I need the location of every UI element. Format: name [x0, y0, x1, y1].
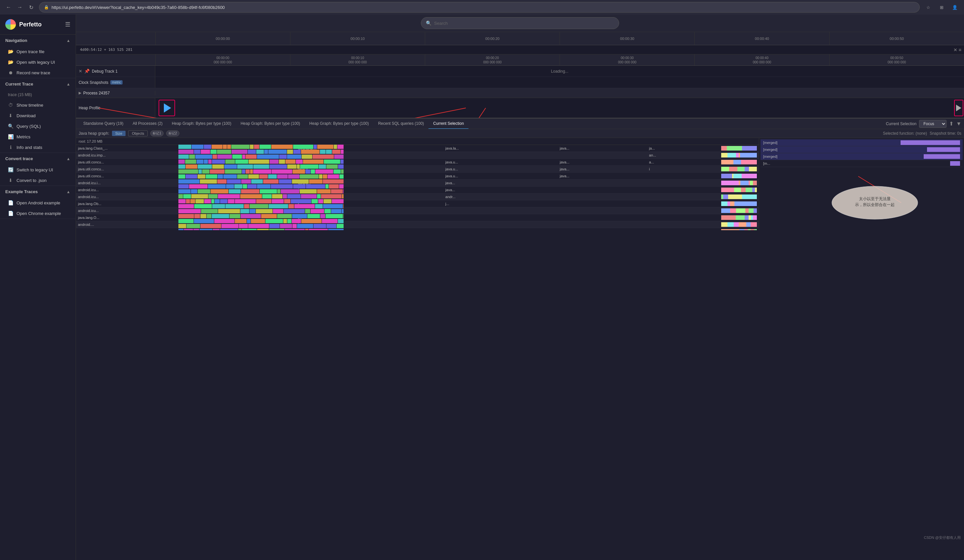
tab-recent-sql[interactable]: Recent SQL queries (100): [373, 118, 428, 129]
sidebar-item-metrics[interactable]: 📊 Metrics: [0, 131, 76, 142]
merged-item-1: [merged]: [760, 146, 963, 153]
heap-cell-8-2: j...: [443, 200, 558, 207]
heap-graph-left[interactable]: root: 17.20 MB java.lang.Class_...java.l…: [76, 138, 759, 230]
heap-graph-right[interactable]: [merged] [merged] [merged]: [759, 138, 964, 230]
download-label: Download: [16, 113, 36, 118]
current-trace-header[interactable]: Current Trace ▲: [0, 78, 76, 90]
star-button[interactable]: ☆: [923, 2, 934, 13]
heap-table-row[interactable]: java.lang.Ob...j...j...: [76, 200, 759, 207]
sidebar-item-download[interactable]: ⬇ Download: [0, 110, 76, 121]
example-traces-header[interactable]: Example Traces ▲: [0, 186, 76, 198]
extensions-button[interactable]: ⊞: [936, 2, 947, 13]
timeline-area: 00:00:00 00:00:10 00:00:20 00:00:30 00:0…: [76, 32, 964, 560]
tick-0: 00:00:00: [155, 32, 290, 45]
sidebar-item-chrome-example[interactable]: 📄 Open Chrome example: [0, 208, 76, 219]
tick-4: 00:00:40: [694, 32, 829, 45]
heap-table-row[interactable]: android....j...: [76, 221, 759, 228]
heap-cell-8-1: j...: [296, 200, 443, 207]
sidebar-item-switch-legacy[interactable]: 🔄 Switch to legacy UI: [0, 164, 76, 175]
url-bar[interactable]: 🔒 https://ui.perfetto.dev/#!/viewer?loca…: [39, 2, 920, 13]
heap-graph-controls: Java heap graph: Size Objects 标记1 标记2 Se…: [76, 129, 964, 138]
navigation-chevron: ▲: [67, 38, 70, 43]
tab-heap-graph-1[interactable]: Heap Graph: Bytes per type (100): [167, 118, 236, 129]
sidebar-item-convert-json[interactable]: ⬇ Convert to .json: [0, 175, 76, 185]
sidebar-item-info[interactable]: ℹ Info and stats: [0, 142, 76, 153]
track-row-clock: Clock Snapshots metric: [76, 77, 964, 88]
play-button[interactable]: [159, 100, 175, 116]
tab-standalone-query[interactable]: Standalone Query (19): [79, 118, 128, 129]
search-icon: 🔍: [426, 21, 432, 26]
heap-table-row[interactable]: java.util.concu...java.u...java.u...java…: [76, 173, 759, 180]
heap-table-row[interactable]: android.icu...ja...java...: [76, 187, 759, 193]
heap-table-row[interactable]: android.icu.i...java.u...java...: [76, 180, 759, 187]
bottom-panel: Standalone Query (19) All Processes (2) …: [76, 118, 964, 230]
heap-table-row[interactable]: java.lang.Class_...java.lang....java.la.…: [76, 145, 759, 152]
query-icon: 🔍: [8, 123, 13, 129]
size-button[interactable]: Size: [112, 131, 125, 136]
heap-cell-5-1: java.u...: [296, 180, 443, 187]
tab-heap-graph-2[interactable]: Heap Graph: Bytes per type (100): [236, 118, 305, 129]
heap-cell-9-3: [558, 207, 647, 214]
right-arrow-button[interactable]: [954, 100, 963, 116]
collapse-all-button[interactable]: ✕: [953, 47, 957, 52]
heap-track-content[interactable]: [155, 98, 964, 118]
tab-heap-graph-3[interactable]: Heap Graph: Bytes per type (100): [305, 118, 373, 129]
heap-cell-4-3: java...: [558, 173, 647, 180]
search-bar[interactable]: 🔍 Search: [421, 17, 619, 29]
heap-cell-7-0: android.icu...: [76, 193, 296, 200]
right-triangle: [956, 105, 961, 111]
sidebar-item-record[interactable]: ⏺ Record new trace: [0, 67, 76, 78]
convert-trace-header[interactable]: Convert trace ▲: [0, 153, 76, 164]
menu-button[interactable]: ☰: [65, 21, 70, 28]
profile-button[interactable]: 👤: [949, 2, 960, 13]
second-time-ruler: 00:00:00000 000 000 00:00:10000 000 000 …: [76, 55, 964, 66]
debug-track-close[interactable]: ✕: [79, 69, 82, 74]
heap-cell-7-3: [558, 193, 647, 200]
current-trace-chevron: ▲: [67, 82, 70, 86]
time-ruler-ticks: 00:00:00 00:00:10 00:00:20 00:00:30 00:0…: [155, 32, 964, 45]
focus-select[interactable]: Focus Unfocus: [919, 120, 946, 128]
expand-all-button[interactable]: ≡: [959, 47, 961, 52]
tab-current-selection[interactable]: Current Selection: [428, 118, 469, 129]
forward-button[interactable]: →: [15, 3, 24, 12]
tick2-2: 00:00:20000 000 000: [425, 55, 560, 65]
heap-cell-8-0: java.lang.Ob...: [76, 200, 296, 207]
heap-table-row[interactable]: android.icu...j...: [76, 207, 759, 214]
metrics-label: Metrics: [16, 135, 30, 140]
heap-cell-2-4: a...: [647, 159, 719, 166]
navigation-section: Navigation ▲ 📂 Open trace file 📂 Open wi…: [0, 35, 76, 78]
heap-table-row[interactable]: java.util.concu...java.u...java.u...java…: [76, 159, 759, 166]
tick2-5: 00:00:50000 000 000: [829, 55, 964, 65]
tab-up-button[interactable]: ⬆: [949, 120, 953, 127]
heap-bar-11: [719, 221, 759, 228]
bottom-tabs: Standalone Query (19) All Processes (2) …: [76, 118, 964, 129]
heap-graph-label: Java heap graph:: [79, 131, 109, 136]
heap-table-row[interactable]: android.icu.imp...an...: [76, 152, 759, 159]
heap-table-row[interactable]: ja... i...j: [76, 228, 759, 230]
heap-table-row[interactable]: android.icu...a...andr...: [76, 193, 759, 200]
refresh-button[interactable]: ↻: [26, 3, 36, 12]
debug-track-pin[interactable]: 📌: [84, 69, 90, 74]
sidebar-item-show-timeline[interactable]: ⏱ Show timeline: [0, 100, 76, 110]
sidebar-item-open-trace[interactable]: 📂 Open trace file: [0, 46, 76, 57]
navigation-header[interactable]: Navigation ▲: [0, 35, 76, 46]
heap-cell-10-3: [558, 214, 647, 221]
android-icon: 📄: [8, 200, 13, 205]
heap-cell-3-1: java.u...: [296, 166, 443, 173]
heap-table-row[interactable]: java.lang.O...j...: [76, 214, 759, 221]
heap-cell-10-1: j...: [296, 214, 443, 221]
search-bar-container: 🔍 Search: [76, 15, 964, 32]
heap-cell-9-1: j...: [296, 207, 443, 214]
tracks-container[interactable]: ✕ 📌 Debug Track 1 Loading... Clock Snaps…: [76, 66, 964, 118]
heap-cell-11-1: j...: [296, 221, 443, 228]
objects-button[interactable]: Objects: [128, 130, 148, 136]
play-triangle: [164, 103, 171, 113]
tab-expand-button[interactable]: ▼: [956, 121, 961, 127]
sidebar-item-android-example[interactable]: 📄 Open Android example: [0, 198, 76, 208]
back-button[interactable]: ←: [4, 3, 13, 12]
tab-all-processes[interactable]: All Processes (2): [128, 118, 167, 129]
convert-trace-section: Convert trace ▲ 🔄 Switch to legacy UI ⬇ …: [0, 153, 76, 186]
heap-table-row[interactable]: java.util.concu...java.u...java.u...java…: [76, 166, 759, 173]
sidebar-item-open-legacy[interactable]: 📂 Open with legacy UI: [0, 57, 76, 67]
sidebar-item-query[interactable]: 🔍 Query (SQL): [0, 121, 76, 131]
